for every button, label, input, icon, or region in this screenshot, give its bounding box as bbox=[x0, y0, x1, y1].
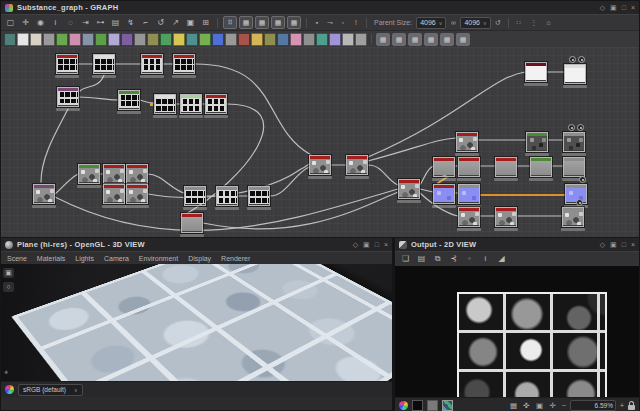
atomic-node-icon[interactable] bbox=[342, 33, 354, 46]
transform-icon[interactable]: ✜ bbox=[521, 401, 532, 410]
export-icon[interactable]: ↗ bbox=[169, 16, 182, 30]
zoom-icon[interactable]: ◌ bbox=[64, 16, 77, 30]
atomic-node-icon[interactable] bbox=[95, 33, 107, 46]
material-mode-icon[interactable]: ▤ bbox=[109, 16, 122, 30]
atomic-node-icon[interactable] bbox=[121, 33, 133, 46]
wire[interactable] bbox=[41, 109, 68, 182]
graph-node[interactable] bbox=[93, 54, 115, 74]
background-image-swatch[interactable] bbox=[442, 400, 453, 411]
atomic-node-icon[interactable] bbox=[212, 33, 224, 46]
pan-icon[interactable]: ✛ bbox=[19, 16, 32, 30]
light-icon[interactable]: ○ bbox=[3, 282, 14, 292]
dual-dot-icon[interactable]: ∷ bbox=[514, 19, 524, 27]
axis-gizmo-icon[interactable]: ⌖ bbox=[4, 368, 9, 378]
graph-node[interactable] bbox=[530, 157, 552, 177]
atomic-node-icon[interactable] bbox=[264, 33, 276, 46]
view-toggle-icon[interactable]: ▦ bbox=[408, 33, 422, 46]
atomic-node-icon[interactable] bbox=[56, 33, 68, 46]
pin-icon[interactable]: ◇ bbox=[600, 1, 605, 14]
colorspace-dropdown[interactable]: sRGB (default) ∨ bbox=[18, 384, 83, 396]
background-black-swatch[interactable] bbox=[412, 400, 423, 411]
atomic-node-icon[interactable] bbox=[147, 33, 159, 46]
lock-icon[interactable] bbox=[628, 405, 635, 410]
view2d-header[interactable]: Output - 2D VIEW ◇▣□× bbox=[395, 238, 639, 251]
atomic-node-icon[interactable] bbox=[17, 33, 29, 46]
background-gray-swatch[interactable] bbox=[427, 400, 438, 411]
wire[interactable] bbox=[420, 166, 433, 185]
graph-canvas[interactable] bbox=[1, 47, 639, 239]
thumb-toggle-2[interactable]: ▦ bbox=[255, 16, 269, 29]
atomic-node-icon[interactable] bbox=[277, 33, 289, 46]
link-create-icon[interactable]: ⊶ bbox=[94, 16, 107, 30]
grid-snap-icon[interactable]: ⊞ bbox=[199, 16, 212, 30]
float-icon[interactable]: ▣ bbox=[610, 238, 617, 251]
graph-node[interactable] bbox=[495, 157, 517, 177]
fit-image-icon[interactable]: ▣ bbox=[534, 401, 545, 410]
zoom-level-field[interactable]: 6.59% bbox=[570, 400, 616, 411]
graph-node[interactable] bbox=[56, 54, 78, 74]
histogram-icon[interactable]: ◢ bbox=[495, 252, 508, 266]
atomic-node-icon[interactable] bbox=[303, 33, 315, 46]
graph-node[interactable] bbox=[216, 186, 238, 206]
atomic-node-icon[interactable] bbox=[134, 33, 146, 46]
graph-node[interactable] bbox=[103, 164, 125, 184]
graph-node[interactable] bbox=[141, 54, 163, 74]
menu-camera[interactable]: Camera bbox=[104, 255, 129, 262]
graph-node[interactable] bbox=[205, 94, 227, 114]
graph-node[interactable] bbox=[433, 184, 455, 204]
warning-icon[interactable]: ! bbox=[351, 19, 361, 27]
graph-node[interactable] bbox=[181, 213, 203, 233]
graph-node[interactable] bbox=[57, 87, 79, 107]
dot-node-toggle[interactable]: ⠿ bbox=[223, 16, 237, 29]
graph-node[interactable] bbox=[456, 132, 478, 152]
comment-icon[interactable]: ▪ bbox=[312, 19, 322, 27]
fit-view-icon[interactable]: ▢ bbox=[4, 16, 17, 30]
atomic-node-icon[interactable] bbox=[316, 33, 328, 46]
graph-node[interactable] bbox=[495, 207, 517, 227]
graph-node[interactable] bbox=[458, 184, 480, 204]
pin-icon[interactable]: ◇ bbox=[353, 238, 358, 251]
compute-icon[interactable]: ↯ bbox=[124, 16, 137, 30]
graph-node[interactable] bbox=[126, 184, 148, 204]
menu-renderer[interactable]: Renderer bbox=[221, 255, 250, 262]
atomic-node-icon[interactable] bbox=[160, 33, 172, 46]
atomic-node-icon[interactable] bbox=[199, 33, 211, 46]
wire[interactable] bbox=[55, 174, 78, 194]
graph-node[interactable] bbox=[526, 132, 548, 152]
menu-display[interactable]: Display bbox=[188, 255, 211, 262]
parent-size-height-dropdown[interactable]: 4096 ∨ bbox=[460, 17, 490, 29]
graph-node[interactable] bbox=[33, 184, 55, 204]
view-toggle-icon[interactable]: ▦ bbox=[424, 33, 438, 46]
view-toggle-icon[interactable]: ▦ bbox=[392, 33, 406, 46]
wire[interactable] bbox=[368, 165, 398, 185]
atomic-node-icon[interactable] bbox=[108, 33, 120, 46]
wire[interactable] bbox=[148, 174, 184, 193]
channel-select-icon[interactable]: ◦ bbox=[463, 252, 476, 266]
crop-icon[interactable]: ⌐ bbox=[139, 16, 152, 30]
tiling-icon[interactable]: ▦ bbox=[508, 401, 519, 410]
atomic-node-icon[interactable] bbox=[43, 33, 55, 46]
link-output-icon[interactable]: ⊰ bbox=[447, 252, 460, 266]
slider-icon[interactable]: ⋮ bbox=[529, 19, 539, 27]
graph-node[interactable] bbox=[433, 157, 455, 177]
close-icon[interactable]: × bbox=[631, 1, 635, 14]
view-toggle-icon[interactable]: ▦ bbox=[440, 33, 454, 46]
maximize-icon[interactable]: □ bbox=[622, 1, 626, 14]
parent-size-width-dropdown[interactable]: 4096 ∨ bbox=[416, 17, 446, 29]
menu-environment[interactable]: Environment bbox=[139, 255, 178, 262]
frame-icon[interactable]: ▫ bbox=[338, 19, 348, 27]
camera-view-icon[interactable]: ▣ bbox=[3, 268, 14, 278]
graph-node[interactable] bbox=[126, 164, 148, 184]
link-sizes-icon[interactable]: ∞ bbox=[448, 19, 458, 26]
graph-node[interactable] bbox=[154, 94, 176, 114]
graph-node[interactable] bbox=[564, 64, 586, 84]
graph-node[interactable] bbox=[525, 62, 547, 82]
snapshot-icon[interactable]: ◉ bbox=[34, 16, 47, 30]
info-icon[interactable]: i bbox=[49, 16, 62, 30]
graph-node[interactable] bbox=[173, 54, 195, 74]
wire[interactable] bbox=[420, 189, 433, 192]
graph-node[interactable] bbox=[118, 90, 140, 110]
thumb-toggle-4[interactable]: ▦ bbox=[287, 16, 301, 29]
view3d-viewport[interactable]: ▣○ ⌖ bbox=[1, 264, 392, 381]
zoom-in-button[interactable]: + bbox=[619, 401, 625, 410]
